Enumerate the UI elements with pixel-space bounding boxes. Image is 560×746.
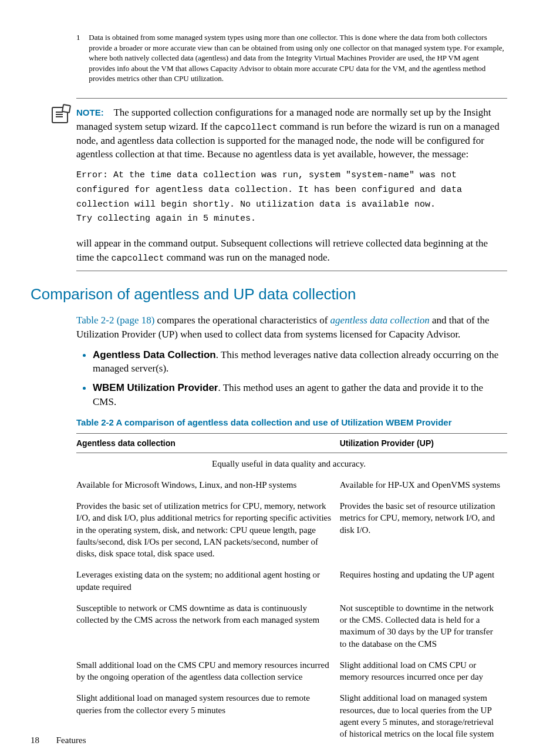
table-cell: Susceptible to network or CMS downtime a… [76,598,340,654]
note-label: NOTE: [76,107,104,117]
table-cell: Requires hosting and updating the UP age… [340,564,507,598]
divider [76,271,507,271]
table-cell: Slight additional load on managed system… [340,687,507,744]
divider [76,98,507,99]
table-cell: Slight additional load on managed system… [76,687,340,744]
table-cell: Slight additional load on CMS CPU or mem… [340,654,507,688]
section-heading: Comparison of agentless and UP data coll… [31,285,507,303]
table-row: Available for Microsoft Windows, Linux, … [76,474,507,495]
table-cell: Small additional load on the CMS CPU and… [76,654,340,688]
table-header: Utilization Provider (UP) [340,433,507,453]
bullet-strong: WBEM Utilization Provider [93,382,218,393]
footnote-text: Data is obtained from some managed syste… [89,32,507,84]
table-header: Agentless data collection [76,433,340,453]
inline-code: capcollect [225,123,278,133]
table-cell: Not susceptible to downtime in the netwo… [340,598,507,654]
table-cell: Provides the basic set of utilization me… [76,495,340,564]
table-cell: Available for HP-UX and OpenVMS systems [340,474,507,495]
table-row: Susceptible to network or CMS downtime a… [76,598,507,654]
intro-text-b: compares the operational characteristics… [154,315,330,326]
note-paragraph-1: NOTE: The supported collection configura… [76,106,507,161]
footnote-number: 1 [76,32,87,43]
page-footer: 18 Features [31,735,86,745]
list-item: Agentless Data Collection. This method l… [93,347,507,376]
note-text-2b: command was run on the managed node. [164,252,330,263]
footer-section: Features [56,735,86,745]
note-paragraph-2: will appear in the command output. Subse… [76,237,507,265]
code-block: Error: At the time data collection was r… [76,168,507,227]
table-row: Small additional load on the CMS CPU and… [76,654,507,688]
table-cell: Leverages existing data on the system; n… [76,564,340,598]
table-cell-span: Equally useful in data quality and accur… [76,453,507,474]
glossary-link[interactable]: agentless data collection [330,315,430,326]
note-icon [52,107,68,123]
footnote: 1 Data is obtained from some managed sys… [76,32,507,84]
table-row: Equally useful in data quality and accur… [76,453,507,474]
table-row: Slight additional load on managed system… [76,687,507,744]
page-number: 18 [31,735,54,745]
table-cell: Provides the basic set of resource utili… [340,495,507,564]
inline-code: capcollect [111,254,164,264]
table-ref-link[interactable]: Table 2-2 (page 18) [76,315,154,326]
table-row: Leverages existing data on the system; n… [76,564,507,598]
table-title: Table 2-2 A comparison of agentless data… [76,417,507,427]
bullet-strong: Agentless Data Collection [93,349,216,360]
intro-paragraph: Table 2-2 (page 18) compares the operati… [76,313,507,342]
table-cell: Available for Microsoft Windows, Linux, … [76,474,340,495]
bullet-list: Agentless Data Collection. This method l… [76,347,507,409]
comparison-table: Agentless data collection Utilization Pr… [76,433,507,745]
note-block: NOTE: The supported collection configura… [76,106,507,161]
table-row: Provides the basic set of utilization me… [76,495,507,564]
list-item: WBEM Utilization Provider. This method u… [93,380,507,409]
